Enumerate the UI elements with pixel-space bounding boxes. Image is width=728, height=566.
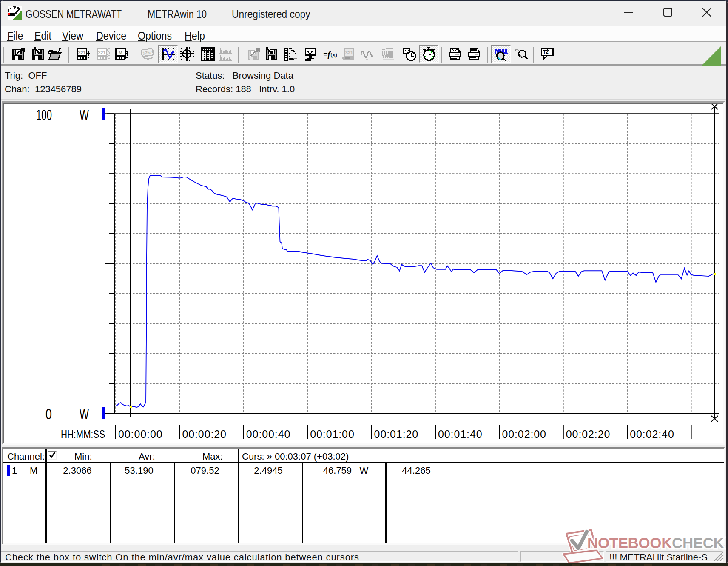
svg-text:0: 0 (46, 406, 52, 422)
svg-text:00:02:40: 00:02:40 (630, 428, 674, 440)
svg-text:NOTEBOOKCHECK: NOTEBOOKCHECK (587, 535, 724, 551)
svg-text:321: 321 (345, 50, 353, 55)
svg-text:00:00:40: 00:00:40 (246, 428, 291, 440)
svg-text:321: 321 (78, 50, 85, 55)
svg-text:(x): (x) (330, 51, 337, 58)
svg-text:M: M (119, 50, 122, 55)
svg-text:HH:MM:SS: HH:MM:SS (61, 428, 105, 440)
svg-text:1257: 1257 (142, 50, 152, 56)
svg-text:00:02:20: 00:02:20 (566, 428, 611, 440)
svg-text:100: 100 (36, 106, 52, 123)
svg-text:W: W (80, 406, 89, 422)
svg-text:00:02:00: 00:02:00 (502, 428, 546, 440)
svg-text:00:00:00: 00:00:00 (118, 428, 163, 440)
svg-text:00:01:40: 00:01:40 (438, 428, 483, 440)
svg-text:321: 321 (98, 50, 105, 55)
svg-text:=f: =f (323, 50, 331, 59)
svg-text:00:01:20: 00:01:20 (374, 428, 419, 440)
svg-text:W: W (80, 106, 89, 123)
svg-text:00:00:20: 00:00:20 (182, 428, 227, 440)
svg-text:00:01:00: 00:01:00 (310, 428, 355, 440)
